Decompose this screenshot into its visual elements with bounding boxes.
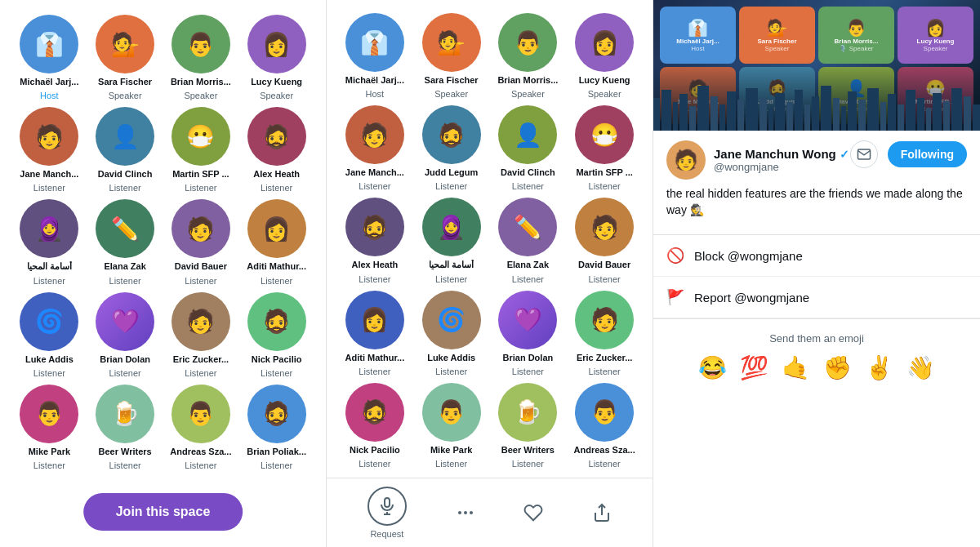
svg-rect-8	[662, 90, 671, 131]
message-button[interactable]	[850, 140, 878, 168]
svg-rect-24	[812, 96, 819, 131]
list-item: 💁 Sara Fischer Speaker	[91, 15, 160, 100]
participant-name: Martin SFP ...	[172, 169, 229, 180]
participant-role: Listener	[185, 183, 216, 193]
emoji-button[interactable]: 💯	[740, 354, 768, 381]
avatar: ✏️	[96, 199, 154, 258]
svg-rect-16	[737, 100, 744, 131]
participant-role: Listener	[589, 274, 621, 284]
list-item: 🧔 Brian Poliak... Listener	[242, 385, 311, 470]
avatar-wrap: 👔	[345, 13, 404, 72]
avatar: 👩	[575, 13, 634, 72]
svg-rect-36	[926, 108, 931, 131]
mic-icon-wrap[interactable]	[368, 487, 407, 526]
list-item: 🧑 David Bauer Listener	[167, 199, 236, 285]
svg-rect-9	[673, 102, 678, 131]
more-button[interactable]	[456, 503, 475, 523]
list-item: 👤 David Clinch Listener	[91, 107, 160, 193]
avatar: 🧔	[247, 385, 306, 443]
avatar-wrap: 👩	[345, 291, 404, 349]
list-item: 🧕 أسامة المحيا Listener	[416, 198, 487, 283]
avatar-wrap: 👤	[498, 105, 557, 164]
avatar: 👩	[345, 291, 404, 349]
share-button[interactable]	[592, 503, 612, 523]
emoji-button[interactable]: ✊	[823, 354, 852, 381]
center-panel: 👔 Michaël Jarj... Host 💁 Sara Fischer Sp…	[327, 0, 653, 547]
list-item: 👨 Mike Park Listener	[416, 383, 487, 469]
avatar-wrap: 🧔	[345, 198, 404, 256]
join-space-button[interactable]: Join this space	[83, 493, 243, 531]
participant-name: Brian Dolan	[100, 354, 150, 365]
space-banner: 👔 Michaël Jarj... Host 💁 Sara Fischer Sp…	[653, 0, 980, 131]
svg-rect-17	[746, 88, 758, 131]
participant-role: Listener	[109, 368, 141, 378]
svg-rect-33	[898, 105, 904, 131]
menu-item[interactable]: 🚫 Block @wongmjane	[653, 235, 980, 277]
request-button[interactable]: Request	[368, 487, 407, 539]
participant-role: Speaker	[588, 89, 621, 99]
svg-rect-12	[697, 86, 709, 131]
avatar-wrap: 👩	[247, 199, 306, 258]
avatar: 🧑	[172, 199, 230, 258]
avatar: 💜	[96, 292, 154, 351]
participant-role: Listener	[185, 368, 216, 378]
list-item: 👩 Lucy Kueng Speaker	[569, 13, 639, 99]
list-item: 🌀 Luke Addis Listener	[15, 292, 84, 378]
avatar: 🧔	[345, 198, 404, 256]
svg-rect-41	[973, 105, 980, 131]
list-item: 👤 David Clinch Listener	[493, 105, 564, 191]
participant-role: Listener	[33, 183, 65, 193]
avatar-wrap: 👨	[172, 15, 230, 73]
avatar-wrap: 🧑	[20, 107, 78, 166]
participant-name: Michaël Jarj...	[20, 77, 78, 87]
svg-rect-21	[786, 102, 793, 131]
participant-name: Luke Addis	[25, 354, 74, 365]
profile-header: 🧑 Jane Manchun Wong ✓ @wongmjane	[666, 140, 967, 180]
menu-item[interactable]: 🚩 Report @wongmjane	[653, 277, 980, 318]
emoji-button[interactable]: 🤙	[782, 354, 810, 381]
participant-role: Listener	[512, 274, 544, 284]
participant-role: Listener	[359, 367, 390, 376]
avatar-wrap: 👨	[422, 383, 481, 442]
participant-role: Listener	[435, 274, 467, 284]
participant-role: Listener	[589, 459, 621, 469]
list-item: 👨 Mike Park Listener	[15, 385, 84, 470]
avatar: 😷	[172, 107, 230, 166]
svg-rect-13	[710, 96, 718, 131]
banner-avatar-item: 💁 Sara Fischer Speaker	[739, 7, 815, 64]
avatar: 🍺	[498, 383, 557, 442]
participant-name: Jane Manch...	[20, 169, 78, 180]
avatar-wrap: 🧔	[247, 107, 306, 166]
participant-name: Jane Manch...	[345, 167, 404, 178]
emoji-button[interactable]: 😂	[698, 354, 727, 381]
participant-name: Luke Addis	[427, 353, 475, 363]
participant-role: Speaker	[109, 91, 142, 100]
emoji-button[interactable]: 👋	[906, 354, 935, 381]
participant-role: Listener	[261, 368, 292, 378]
avatar: 👨	[498, 13, 557, 72]
avatar-wrap: 💜	[96, 292, 154, 351]
svg-rect-14	[719, 105, 725, 131]
following-button[interactable]: Following	[888, 141, 967, 167]
participant-name: Alex Heath	[253, 169, 300, 180]
avatar-wrap: 🧑	[575, 198, 634, 256]
avatar-wrap: 👨	[498, 13, 557, 72]
svg-rect-23	[804, 105, 810, 131]
avatar-wrap: 🌀	[422, 291, 481, 349]
right-panel-inner: 👔 Michaël Jarj... Host 💁 Sara Fischer Sp…	[653, 0, 980, 394]
avatar: 👨	[172, 15, 230, 73]
list-item: 👔 Michaël Jarj... Host	[15, 15, 84, 100]
banner-avatar-item: 👨 Brian Morris... 🎙️ Speaker	[818, 7, 894, 64]
emoji-button[interactable]: ✌️	[865, 354, 893, 381]
avatar: 🧑	[575, 198, 634, 256]
svg-rect-7	[653, 98, 660, 131]
participant-role: Listener	[589, 181, 621, 191]
avatar: 🧕	[422, 198, 481, 256]
profile-actions: Following	[850, 140, 967, 168]
heart-button[interactable]	[523, 503, 543, 523]
avatar-wrap: 🧔	[247, 385, 306, 443]
svg-rect-25	[821, 86, 831, 131]
participant-name: Martin SFP ...	[576, 167, 632, 178]
svg-rect-39	[951, 88, 962, 131]
list-item: 👩 Aditi Mathur... Listener	[242, 199, 311, 285]
